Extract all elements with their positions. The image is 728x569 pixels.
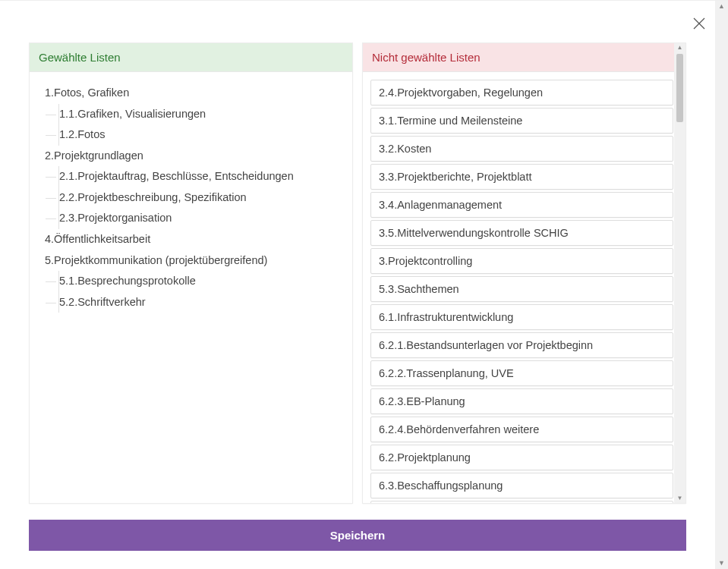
unselected-list-item[interactable]: 3.5.Mittelverwendungskontrolle SCHIG: [370, 220, 673, 246]
unselected-list-item[interactable]: 6.2.2.Trassenplanung, UVE: [370, 360, 673, 386]
page-scroll-down-icon[interactable]: ▼: [718, 558, 725, 569]
selected-lists-body: 1.Fotos, Grafiken1.1.Grafiken, Visualisi…: [30, 72, 352, 503]
tree-node-label[interactable]: 2.3.Projektorganisation: [59, 208, 345, 229]
tree-node: 5.2.Schriftverkehr: [59, 292, 345, 313]
unselected-list-item[interactable]: 3.1.Termine und Meilensteine: [370, 108, 673, 134]
tree-node: 1.Fotos, Grafiken1.1.Grafiken, Visualisi…: [45, 83, 345, 146]
unselected-lists-list: 2.4.Projektvorgaben, Regelungen3.1.Termi…: [370, 80, 673, 503]
unselected-list-item[interactable]: 3.4.Anlagenmanagement: [370, 192, 673, 218]
close-button[interactable]: [693, 17, 705, 32]
unselected-list-item[interactable]: 6.4.Ausführungsplanung: [370, 501, 673, 503]
tree-node: 5.Projektkommunikation (projektübergreif…: [45, 250, 345, 313]
selected-lists-panel: Gewählte Listen 1.Fotos, Grafiken1.1.Gra…: [29, 42, 353, 504]
tree-node-label[interactable]: 1.2.Fotos: [59, 124, 345, 146]
unselected-lists-body: 2.4.Projektvorgaben, Regelungen3.1.Termi…: [363, 72, 685, 503]
unselected-list-item[interactable]: 2.4.Projektvorgaben, Regelungen: [370, 80, 673, 105]
tree-node: 2.1.Projektauftrag, Beschlüsse, Entschei…: [59, 166, 345, 187]
tree-node: 1.1.Grafiken, Visualisierungen: [59, 104, 345, 125]
dialog-root: Gewählte Listen 1.Fotos, Grafiken1.1.Gra…: [0, 0, 728, 569]
panels-row: Gewählte Listen 1.Fotos, Grafiken1.1.Gra…: [29, 42, 686, 504]
tree-node-label[interactable]: 5.Projektkommunikation (projektübergreif…: [45, 250, 345, 272]
unselected-list-item[interactable]: 3.2.Kosten: [370, 136, 673, 162]
page-scroll-up-icon[interactable]: ▲: [718, 1, 725, 12]
scroll-up-icon[interactable]: ▲: [677, 43, 683, 52]
close-icon: [693, 17, 705, 30]
unselected-list-item[interactable]: 6.1.Infrastrukturentwicklung: [370, 304, 673, 330]
unselected-list-item[interactable]: 6.2.4.Behördenverfahren weitere: [370, 417, 673, 442]
tree-node-label[interactable]: 1.1.Grafiken, Visualisierungen: [59, 104, 345, 125]
save-button[interactable]: Speichern: [29, 520, 686, 551]
tree-node-label[interactable]: 2.2.Projektbeschreibung, Spezifikation: [59, 187, 345, 209]
selected-lists-header: Gewählte Listen: [30, 43, 352, 72]
tree-children: 5.1.Besprechungsprotokolle5.2.Schriftver…: [58, 271, 345, 313]
tree-node: 2.3.Projektorganisation: [59, 208, 345, 229]
unselected-lists-header: Nicht gewählte Listen: [363, 43, 685, 72]
unselected-list-item[interactable]: 3.Projektcontrolling: [370, 248, 673, 274]
tree-node: 2.2.Projektbeschreibung, Spezifikation: [59, 187, 345, 209]
tree-node: 5.1.Besprechungsprotokolle: [59, 271, 345, 292]
tree-node-label[interactable]: 2.1.Projektauftrag, Beschlüsse, Entschei…: [59, 166, 345, 187]
tree-node: 4.Öffentlichkeitsarbeit: [45, 229, 345, 250]
selected-lists-tree: 1.Fotos, Grafiken1.1.Grafiken, Visualisi…: [37, 83, 345, 313]
unselected-lists-panel: Nicht gewählte Listen 2.4.Projektvorgabe…: [362, 42, 686, 504]
save-bar: Speichern: [29, 520, 686, 551]
tree-children: 1.1.Grafiken, Visualisierungen1.2.Fotos: [58, 104, 345, 146]
tree-node: 1.2.Fotos: [59, 124, 345, 146]
tree-node-label[interactable]: 5.2.Schriftverkehr: [59, 292, 345, 313]
unselected-list-item[interactable]: 6.2.3.EB-Planung: [370, 388, 673, 414]
tree-node-label[interactable]: 4.Öffentlichkeitsarbeit: [45, 229, 345, 250]
unselected-list-item[interactable]: 3.3.Projektberichte, Projektblatt: [370, 164, 673, 190]
scroll-thumb[interactable]: [676, 54, 683, 122]
unselected-list-item[interactable]: 6.2.Projektplanung: [370, 445, 673, 470]
page-scrollbar[interactable]: ▲ ▼: [715, 1, 728, 569]
tree-node: 2.Projektgrundlagen2.1.Projektauftrag, B…: [45, 146, 345, 229]
tree-children: 2.1.Projektauftrag, Beschlüsse, Entschei…: [58, 166, 345, 229]
unselected-list-item[interactable]: 6.2.1.Bestandsunterlagen vor Projektbegi…: [370, 332, 673, 358]
tree-node-label[interactable]: 2.Projektgrundlagen: [45, 146, 345, 167]
tree-node-label[interactable]: 1.Fotos, Grafiken: [45, 83, 345, 104]
scroll-down-icon[interactable]: ▼: [677, 494, 683, 503]
tree-node-label[interactable]: 5.1.Besprechungsprotokolle: [59, 271, 345, 292]
unselected-list-item[interactable]: 5.3.Sachthemen: [370, 276, 673, 302]
unselected-list-item[interactable]: 6.3.Beschaffungsplanung: [370, 473, 673, 498]
unselected-scrollbar[interactable]: ▲ ▼: [674, 43, 685, 503]
scroll-track[interactable]: [674, 122, 685, 494]
